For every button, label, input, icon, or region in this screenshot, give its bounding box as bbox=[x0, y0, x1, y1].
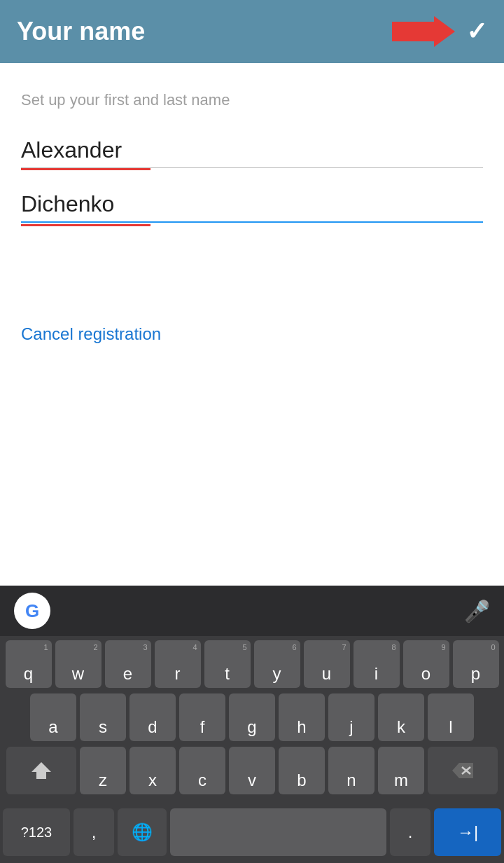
keyboard-bottom-row: ?123 , 🌐 . →| bbox=[0, 804, 504, 863]
period-key[interactable]: . bbox=[390, 808, 430, 856]
arrow-icon bbox=[392, 16, 455, 47]
shift-key[interactable] bbox=[6, 747, 76, 794]
first-name-underline bbox=[21, 168, 150, 170]
key-d[interactable]: d bbox=[130, 693, 176, 741]
svg-marker-0 bbox=[392, 16, 455, 47]
key-x[interactable]: x bbox=[130, 747, 176, 794]
cancel-area: Cancel registration bbox=[0, 303, 504, 365]
key-o[interactable]: 9o bbox=[403, 640, 449, 688]
key-s[interactable]: s bbox=[80, 693, 126, 741]
key-e[interactable]: 3e bbox=[105, 640, 151, 688]
page-title: Your name bbox=[17, 17, 145, 46]
key-i[interactable]: 8i bbox=[354, 640, 400, 688]
last-name-input[interactable] bbox=[21, 191, 483, 223]
enter-key[interactable]: →| bbox=[434, 808, 501, 856]
cancel-registration-button[interactable]: Cancel registration bbox=[21, 324, 161, 343]
comma-key[interactable]: , bbox=[74, 808, 114, 856]
subtitle-text: Set up your first and last name bbox=[21, 91, 483, 109]
header: Your name ✓ bbox=[0, 0, 504, 63]
svg-rect-2 bbox=[38, 776, 44, 778]
header-actions: ✓ bbox=[392, 16, 487, 47]
key-row-1: 1q 2w 3e 4r 5t 6y 7u 8i 9o 0p bbox=[3, 640, 501, 688]
first-name-input[interactable] bbox=[21, 137, 483, 168]
key-row-3: z x c v b n m bbox=[3, 747, 501, 794]
numbers-key[interactable]: ?123 bbox=[3, 808, 70, 856]
google-logo: G bbox=[14, 593, 50, 629]
key-b[interactable]: b bbox=[279, 747, 325, 794]
google-bar: G 🎤 bbox=[0, 586, 504, 636]
key-h[interactable]: h bbox=[279, 693, 325, 741]
key-k[interactable]: k bbox=[378, 693, 424, 741]
key-t[interactable]: 5t bbox=[204, 640, 251, 688]
confirm-button[interactable]: ✓ bbox=[466, 17, 487, 46]
key-m[interactable]: m bbox=[378, 747, 424, 794]
key-u[interactable]: 7u bbox=[304, 640, 350, 688]
first-name-field bbox=[21, 137, 483, 170]
delete-key[interactable] bbox=[428, 747, 498, 794]
key-p[interactable]: 0p bbox=[453, 640, 499, 688]
key-a[interactable]: a bbox=[30, 693, 76, 741]
globe-key[interactable]: 🌐 bbox=[118, 808, 167, 856]
microphone-icon[interactable]: 🎤 bbox=[464, 599, 490, 623]
key-row-2: a s d f g h j k l bbox=[3, 693, 501, 741]
last-name-underline bbox=[21, 224, 150, 226]
key-q[interactable]: 1q bbox=[6, 640, 52, 688]
key-g[interactable]: g bbox=[229, 693, 275, 741]
keyboard-rows: 1q 2w 3e 4r 5t 6y 7u 8i 9o 0p a s d f g … bbox=[0, 636, 504, 804]
key-l[interactable]: l bbox=[428, 693, 474, 741]
content-area: Set up your first and last name bbox=[0, 63, 504, 261]
key-w[interactable]: 2w bbox=[55, 640, 102, 688]
key-n[interactable]: n bbox=[328, 747, 374, 794]
key-y[interactable]: 6y bbox=[254, 640, 300, 688]
key-r[interactable]: 4r bbox=[155, 640, 201, 688]
key-j[interactable]: j bbox=[328, 693, 374, 741]
key-c[interactable]: c bbox=[179, 747, 225, 794]
key-z[interactable]: z bbox=[80, 747, 126, 794]
space-key[interactable] bbox=[170, 808, 386, 856]
last-name-field bbox=[21, 191, 483, 226]
key-f[interactable]: f bbox=[179, 693, 225, 741]
keyboard: G 🎤 1q 2w 3e 4r 5t 6y 7u 8i 9o 0p a s d … bbox=[0, 586, 504, 863]
key-v[interactable]: v bbox=[229, 747, 275, 794]
